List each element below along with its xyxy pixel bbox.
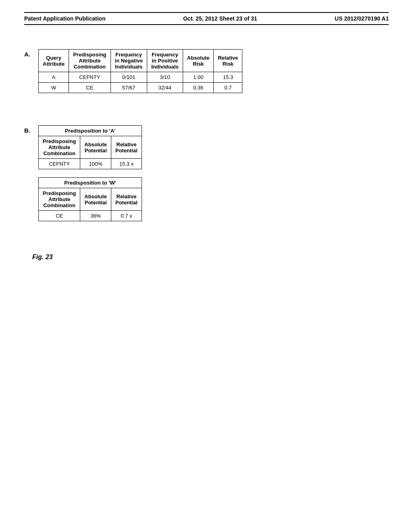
section-a: A. QueryAttribute PredisposingAttributeC… bbox=[24, 49, 389, 93]
table-a: QueryAttribute PredisposingAttributeComb… bbox=[38, 49, 242, 93]
cell-rel-risk-a: 15.3 bbox=[214, 72, 242, 83]
cell-query-w: W bbox=[39, 83, 69, 93]
table-row: CEFNTY 100% 15.3 x bbox=[39, 159, 142, 169]
cell-rel-pot-a: 15.3 x bbox=[111, 159, 142, 169]
table-row: A CEFNTY 0/101 3/10 1.00 15.3 bbox=[39, 72, 242, 83]
cell-rel-risk-w: 0.7 bbox=[214, 83, 242, 93]
table-predisposition-w: Predisposition to 'W' PredisposingAttrib… bbox=[38, 177, 142, 221]
cell-abs-risk-a: 1.00 bbox=[183, 72, 214, 83]
table-w-title: Predisposition to 'W' bbox=[39, 178, 142, 188]
cell-query-a: A bbox=[39, 72, 69, 83]
header-patent-number: US 2012/0270190 A1 bbox=[335, 15, 389, 22]
cell-combo-ce: CE bbox=[69, 83, 111, 93]
cell-freq-pos-a: 3/10 bbox=[147, 72, 183, 83]
col-predisposing-combo-a: PredisposingAttributeCombination bbox=[39, 136, 80, 159]
col-predisposing-combo-w: PredisposingAttributeCombination bbox=[39, 188, 80, 211]
col-relative-potential-a: RelativePotential bbox=[111, 136, 142, 159]
page-header: Patent Application Publication Oct. 25, … bbox=[24, 12, 389, 25]
section-a-label: A. bbox=[24, 51, 30, 58]
col-header-query-attribute: QueryAttribute bbox=[39, 50, 69, 72]
cell-freq-neg-w: 57/67 bbox=[111, 83, 147, 93]
page: Patent Application Publication Oct. 25, … bbox=[0, 0, 413, 532]
cell-rel-pot-w: 0.7 x bbox=[111, 211, 142, 221]
col-relative-potential-w: RelativePotential bbox=[111, 188, 142, 211]
section-b: B. Predisposition to 'A' PredisposingAtt… bbox=[24, 125, 389, 221]
cell-freq-neg-a: 0/101 bbox=[111, 72, 147, 83]
table-row: CE 36% 0.7 x bbox=[39, 211, 142, 221]
cell-freq-pos-w: 32/44 bbox=[147, 83, 183, 93]
col-absolute-potential-a: AbsolutePotential bbox=[80, 136, 111, 159]
col-header-relative-risk: RelativeRisk bbox=[214, 50, 242, 72]
col-header-absolute-risk: AbsoluteRisk bbox=[183, 50, 214, 72]
col-absolute-potential-w: AbsolutePotential bbox=[80, 188, 111, 211]
col-header-predisposing-combo: PredisposingAttributeCombination bbox=[69, 50, 111, 72]
header-date-sheet: Oct. 25, 2012 Sheet 23 of 31 bbox=[183, 15, 257, 22]
cell-cefnty: CEFNTY bbox=[39, 159, 80, 169]
cell-combo-cefnty: CEFNTY bbox=[69, 72, 111, 83]
col-header-freq-negative: Frequencyin NegativeIndividuals bbox=[111, 50, 147, 72]
cell-abs-pot-w: 36% bbox=[80, 211, 111, 221]
section-b-tables: Predisposition to 'A' PredisposingAttrib… bbox=[38, 125, 142, 221]
cell-ce: CE bbox=[39, 211, 80, 221]
table-row: W CE 57/67 32/44 0.36 0.7 bbox=[39, 83, 242, 93]
col-header-freq-positive: Frequencyin PositiveIndividuals bbox=[147, 50, 183, 72]
table-a-title: Predisposition to 'A' bbox=[39, 126, 142, 136]
cell-abs-pot-a: 100% bbox=[80, 159, 111, 169]
table-predisposition-a: Predisposition to 'A' PredisposingAttrib… bbox=[38, 125, 142, 169]
header-publication-label: Patent Application Publication bbox=[24, 15, 106, 22]
section-b-label: B. bbox=[24, 127, 30, 134]
figure-caption: Fig. 23 bbox=[32, 254, 389, 261]
cell-abs-risk-w: 0.36 bbox=[183, 83, 214, 93]
